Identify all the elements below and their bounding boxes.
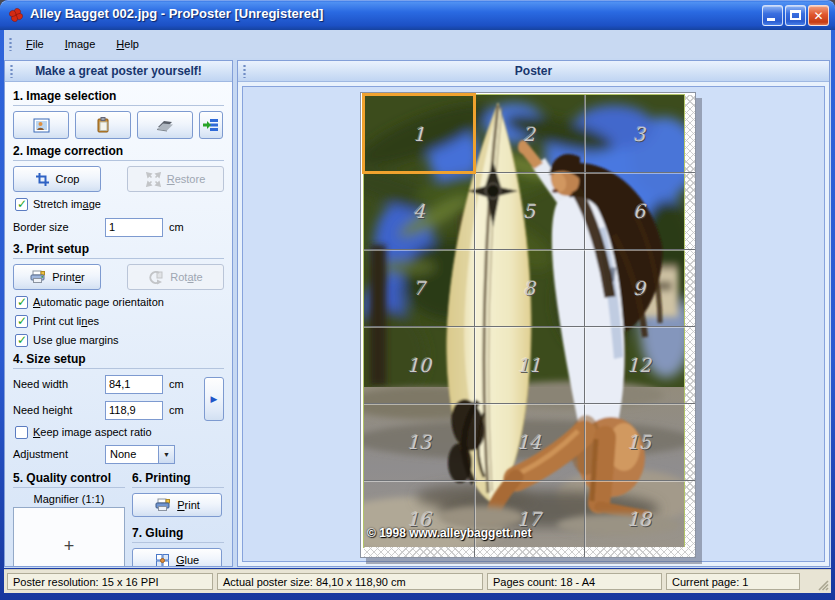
- section-quality-control: 5. Quality control: [13, 471, 125, 488]
- keep-aspect-row[interactable]: ✓ Keep image aspect ratio: [15, 425, 224, 439]
- need-height-unit: cm: [169, 404, 184, 416]
- maximize-icon: [790, 10, 801, 20]
- restore-icon: [146, 172, 161, 187]
- cut-line-horizontal: [364, 326, 695, 327]
- page-number[interactable]: 10: [407, 354, 431, 376]
- printer-button[interactable]: Printer: [13, 264, 101, 290]
- status-pages-count: Pages count: 18 - A4: [487, 573, 662, 590]
- auto-orientation-label: Automatic page orientaiton: [33, 296, 164, 308]
- restore-button[interactable]: Restore: [127, 166, 224, 192]
- size-advanced-button[interactable]: ▶: [204, 377, 224, 421]
- task-panel-body: 1. Image selection: [5, 82, 232, 566]
- section-image-selection: 1. Image selection: [13, 89, 224, 106]
- stretch-image-checkbox[interactable]: ✓: [15, 198, 28, 211]
- paste-image-button[interactable]: [75, 111, 131, 139]
- status-actual-size: Actual poster size: 84,10 x 118,90 cm: [217, 573, 483, 590]
- need-width-label: Need width: [13, 378, 105, 390]
- page-number[interactable]: 6: [633, 200, 645, 222]
- section-printing: 6. Printing: [132, 471, 224, 488]
- page-number[interactable]: 7: [413, 277, 425, 299]
- page-number[interactable]: 9: [633, 277, 645, 299]
- magnifier-view[interactable]: +: [13, 507, 125, 566]
- menubar-grip[interactable]: [9, 37, 12, 51]
- resize-grip[interactable]: [815, 577, 829, 591]
- window-title: Alley Bagget 002.jpg - ProPoster [Unregi…: [30, 6, 323, 21]
- menu-bar: File Image Help: [4, 30, 831, 58]
- page-number[interactable]: 11: [517, 354, 541, 376]
- magnifier-crosshair: +: [14, 536, 124, 557]
- poster-panel-title: Poster: [252, 64, 815, 78]
- rotate-icon: [148, 270, 164, 285]
- crop-label: Crop: [56, 173, 80, 185]
- stretch-image-row[interactable]: ✓ Stretch image: [15, 197, 224, 211]
- menu-image[interactable]: Image: [57, 35, 104, 53]
- menu-file[interactable]: File: [18, 35, 52, 53]
- photo-watermark: © 1998 www.alleybaggett.net: [367, 526, 531, 540]
- print-cut-lines-row[interactable]: ✓ Print cut lines: [15, 314, 224, 328]
- printer-label: Printer: [52, 271, 84, 283]
- title-bar[interactable]: Alley Bagget 002.jpg - ProPoster [Unregi…: [0, 0, 835, 30]
- poster-panel-grip[interactable]: [243, 64, 246, 78]
- adjustment-label: Adjustment: [13, 448, 105, 460]
- glue-margins-row[interactable]: ✓ Use glue margins: [15, 333, 224, 347]
- magnifier-label: Magnifier (1:1): [13, 493, 125, 505]
- minimize-icon: [767, 18, 775, 21]
- page-number[interactable]: 2: [523, 123, 535, 145]
- auto-orientation-checkbox[interactable]: ✓: [15, 296, 28, 309]
- page-number[interactable]: 5: [523, 200, 535, 222]
- acquire-icon: [203, 117, 219, 133]
- close-button[interactable]: ✕: [808, 5, 829, 26]
- acquire-image-button[interactable]: [199, 111, 223, 139]
- print-button[interactable]: Print: [132, 493, 222, 517]
- close-icon: ✕: [809, 8, 828, 24]
- poster-panel: Poster: [237, 60, 830, 567]
- need-width-input[interactable]: [105, 375, 163, 394]
- combo-dropdown-button[interactable]: ▼: [158, 446, 174, 463]
- print-cut-lines-label: Print cut lines: [33, 315, 99, 327]
- keep-aspect-checkbox[interactable]: ✓: [15, 426, 28, 439]
- page-number[interactable]: 15: [627, 431, 651, 453]
- glue-margins-checkbox[interactable]: ✓: [15, 334, 28, 347]
- need-height-label: Need height: [13, 404, 105, 416]
- page-number[interactable]: 18: [627, 508, 651, 530]
- page-number[interactable]: 14: [517, 431, 541, 453]
- menu-help[interactable]: Help: [108, 35, 147, 53]
- rotate-button[interactable]: Rotate: [127, 264, 224, 290]
- adjustment-value: None: [110, 448, 136, 460]
- print-label: Print: [177, 499, 200, 511]
- glue-label: Glue: [176, 554, 199, 566]
- page-number[interactable]: 12: [627, 354, 651, 376]
- cut-line-horizontal: [364, 403, 695, 404]
- cut-line-horizontal: [364, 249, 695, 250]
- selected-page-outline[interactable]: [362, 93, 476, 174]
- print-cut-lines-checkbox[interactable]: ✓: [15, 315, 28, 328]
- task-panel-title: Make a great poster yourself!: [19, 64, 218, 78]
- poster-page[interactable]: 123456789101112131415161718 © 1998 www.a…: [360, 92, 696, 558]
- chevron-down-icon: ▼: [163, 451, 170, 458]
- page-number[interactable]: 13: [407, 431, 431, 453]
- poster-panel-header: Poster: [238, 61, 829, 82]
- print-icon: [154, 498, 171, 512]
- stretch-image-label: Stretch image: [33, 198, 101, 210]
- open-image-button[interactable]: [13, 111, 69, 139]
- minimize-button[interactable]: [762, 5, 783, 26]
- paste-icon: [95, 117, 111, 133]
- status-bar: Poster resolution: 15 x 16 PPI Actual po…: [4, 569, 831, 593]
- app-logo-icon: [8, 7, 24, 23]
- maximize-button[interactable]: [785, 5, 806, 26]
- scan-image-button[interactable]: [137, 111, 193, 139]
- border-size-input[interactable]: [105, 218, 163, 237]
- task-panel: Make a great poster yourself! 1. Image s…: [4, 60, 233, 567]
- glue-button[interactable]: Glue: [132, 548, 222, 566]
- page-number[interactable]: 3: [633, 123, 645, 145]
- task-panel-grip[interactable]: [10, 64, 13, 78]
- adjustment-select[interactable]: None ▼: [105, 445, 175, 464]
- printer-icon: [29, 270, 46, 284]
- crop-button[interactable]: Crop: [13, 166, 101, 192]
- need-width-unit: cm: [169, 378, 184, 390]
- page-number[interactable]: 4: [413, 200, 425, 222]
- keep-aspect-label: Keep image aspect ratio: [33, 426, 152, 438]
- need-height-input[interactable]: [105, 401, 163, 420]
- auto-orientation-row[interactable]: ✓ Automatic page orientaiton: [15, 295, 224, 309]
- page-number[interactable]: 8: [523, 277, 535, 299]
